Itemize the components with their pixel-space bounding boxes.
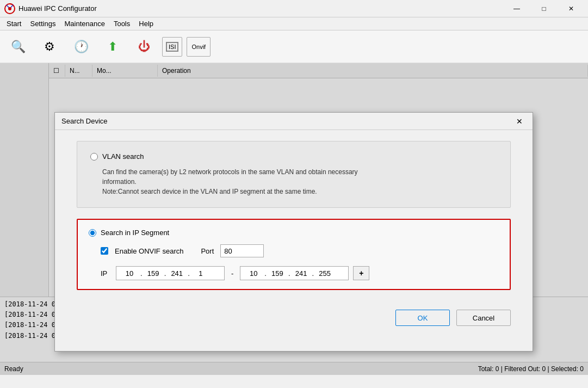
ip-segment-title: Search in IP Segment bbox=[101, 229, 169, 237]
svg-point-1 bbox=[8, 7, 11, 10]
onvif-label: Onvif bbox=[191, 44, 206, 50]
minimize-button[interactable]: — bbox=[504, 0, 529, 17]
clock-icon: 🕐 bbox=[73, 39, 89, 54]
port-label: Port bbox=[201, 247, 214, 255]
ip-from-seg2[interactable] bbox=[144, 269, 163, 278]
vlan-description: Can find the camera(s) by L2 network pro… bbox=[102, 167, 497, 196]
vlan-section: VLAN search Can find the camera(s) by L2… bbox=[77, 141, 511, 208]
ip-to-seg4[interactable] bbox=[315, 269, 335, 278]
vlan-radio-row: VLAN search bbox=[90, 152, 497, 161]
dialog-title-bar: Search Device ✕ bbox=[55, 113, 533, 130]
vlan-radio[interactable] bbox=[90, 153, 98, 161]
close-button[interactable]: ✕ bbox=[559, 0, 584, 17]
menu-start[interactable]: Start bbox=[2, 19, 26, 29]
toolbar-onvif-button[interactable]: Onvif bbox=[187, 37, 211, 57]
toolbar-settings-button[interactable]: ⚙ bbox=[36, 33, 63, 60]
toolbar-isi-button[interactable]: ISI bbox=[162, 37, 182, 57]
onvif-label: Enable ONVIF search bbox=[115, 247, 183, 255]
title-bar-left: Huawei IPC Configurator bbox=[4, 3, 97, 14]
port-input[interactable] bbox=[220, 244, 264, 257]
toolbar-upload-button[interactable]: ⬆ bbox=[99, 33, 126, 60]
modal-overlay: Search Device ✕ VLAN search Can find the… bbox=[0, 63, 588, 375]
ip-to-box: . . . bbox=[240, 266, 349, 280]
ip-label: IP bbox=[101, 269, 112, 278]
vlan-title: VLAN search bbox=[102, 152, 144, 161]
ip-segment-section: Search in IP Segment Enable ONVIF search… bbox=[77, 219, 511, 290]
search-device-dialog: Search Device ✕ VLAN search Can find the… bbox=[54, 112, 533, 352]
upload-icon: ⬆ bbox=[105, 39, 120, 54]
maximize-button[interactable]: □ bbox=[531, 0, 556, 17]
ip-segment-radio[interactable] bbox=[89, 229, 96, 237]
settings-icon: ⚙ bbox=[42, 39, 57, 54]
toolbar-search-button[interactable]: 🔍 bbox=[4, 33, 32, 60]
menu-tools[interactable]: Tools bbox=[109, 19, 134, 29]
app-title: Huawei IPC Configurator bbox=[18, 4, 97, 13]
dialog-content: VLAN search Can find the camera(s) by L2… bbox=[55, 130, 533, 301]
menu-bar: Start Settings Maintenance Tools Help bbox=[0, 17, 588, 30]
search-icon: 🔍 bbox=[10, 39, 26, 54]
toolbar: 🔍 ⚙ 🕐 ⬆ ⏻ ISI Onvif bbox=[0, 30, 588, 63]
ip-from-box: . . . bbox=[116, 266, 225, 280]
dialog-title: Search Device bbox=[61, 117, 108, 125]
ip-range-row: IP . . . - bbox=[101, 266, 499, 280]
ip-to-seg1[interactable] bbox=[244, 269, 263, 278]
menu-help[interactable]: Help bbox=[134, 19, 158, 29]
ip-section-title-row: Search in IP Segment bbox=[89, 229, 499, 237]
menu-maintenance[interactable]: Maintenance bbox=[60, 19, 109, 29]
power-icon: ⏻ bbox=[137, 39, 152, 54]
toolbar-power-button[interactable]: ⏻ bbox=[131, 33, 158, 60]
onvif-checkbox[interactable] bbox=[101, 247, 108, 255]
ok-button[interactable]: OK bbox=[395, 310, 450, 326]
title-bar: Huawei IPC Configurator — □ ✕ bbox=[0, 0, 588, 17]
add-ip-range-button[interactable]: + bbox=[353, 266, 369, 280]
ip-to-seg3[interactable] bbox=[292, 269, 311, 278]
ip-from-seg4[interactable] bbox=[191, 269, 211, 278]
ip-range-dash: - bbox=[231, 269, 233, 278]
main-area: ☐ N... Mo... Operation [2018-11-24 09:07… bbox=[0, 63, 588, 375]
app-logo-icon bbox=[4, 3, 15, 14]
dialog-close-button[interactable]: ✕ bbox=[513, 115, 526, 128]
toolbar-time-button[interactable]: 🕐 bbox=[67, 33, 95, 60]
ip-to-seg2[interactable] bbox=[268, 269, 287, 278]
vlan-desc-line2: information. bbox=[102, 178, 137, 186]
vlan-desc-line3: Note:Cannot search device in the VLAN an… bbox=[102, 188, 317, 195]
menu-settings[interactable]: Settings bbox=[26, 19, 60, 29]
ip-from-seg1[interactable] bbox=[120, 269, 139, 278]
vlan-desc-line1: Can find the camera(s) by L2 network pro… bbox=[102, 168, 358, 176]
onvif-row: Enable ONVIF search Port bbox=[101, 244, 499, 257]
cancel-button[interactable]: Cancel bbox=[456, 310, 511, 326]
dialog-footer: OK Cancel bbox=[55, 301, 533, 335]
isi-label: ISI bbox=[166, 42, 178, 52]
ip-from-seg3[interactable] bbox=[167, 269, 187, 278]
window-controls: — □ ✕ bbox=[504, 0, 584, 17]
